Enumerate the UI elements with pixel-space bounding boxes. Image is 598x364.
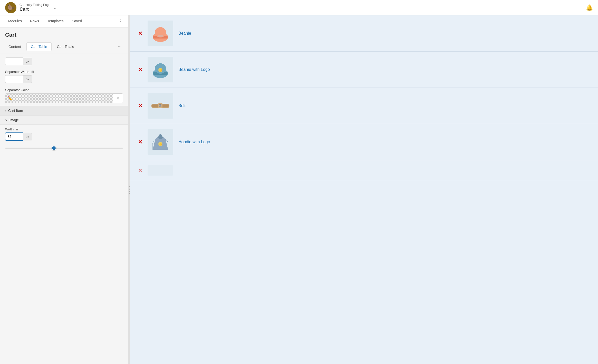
cart-item: ✕ Beanie — [130, 15, 598, 52]
beanie-svg — [150, 23, 171, 44]
drag-dot-1 — [129, 186, 130, 187]
width-input-row: px — [5, 133, 123, 140]
cart-item-section[interactable]: › Cart Item — [0, 106, 128, 116]
tab-saved[interactable]: Saved — [68, 15, 86, 27]
item-image-5 — [148, 165, 173, 176]
header-left: 🦫 Currently Editing Page Cart ⌄ — [5, 2, 57, 13]
sub-tab-cart-totals[interactable]: Cart Totals — [53, 42, 79, 51]
slider-container — [0, 143, 128, 153]
bell-icon[interactable]: 🔔 — [586, 4, 593, 11]
partial-px-row: px — [0, 56, 128, 67]
sub-tab-content[interactable]: Content — [4, 42, 25, 51]
drag-handle: ⋮⋮ — [113, 16, 124, 26]
width-unit: px — [23, 133, 32, 140]
header-title-block: Currently Editing Page Cart — [20, 3, 50, 12]
item-name-2: Beanie with Logo — [178, 67, 590, 72]
item-name-1: Beanie — [178, 31, 590, 36]
width-monitor-icon: 🖥 — [15, 127, 18, 131]
drag-dot-3 — [129, 189, 130, 190]
bell-wrapper: 🔔 — [586, 4, 593, 11]
svg-rect-3 — [158, 35, 163, 37]
logo-avatar: 🦫 — [5, 2, 16, 13]
separator-width-label: Separator Width 🖥 — [5, 70, 123, 74]
top-header: 🦫 Currently Editing Page Cart ⌄ 🔔 — [0, 0, 598, 15]
separator-color-group: Separator Color ✏️ ✕ — [0, 85, 128, 106]
tab-modules[interactable]: Modules — [4, 15, 26, 27]
content-area: ✕ Beanie ✕ — [130, 15, 598, 364]
color-swatch-inner: ✏️ — [5, 94, 113, 103]
item-name-4: Hoodie with Logo — [178, 140, 590, 144]
hoodie-svg: 😊 — [150, 132, 171, 152]
separator-width-group: Separator Width 🖥 px — [0, 67, 128, 85]
item-name-3: Belt — [178, 103, 590, 108]
cart-item-2: ✕ 😊 Beanie with Logo — [130, 52, 598, 88]
image-label: Image — [9, 118, 19, 122]
sub-tab-cart-table[interactable]: Cart Table — [26, 42, 52, 51]
remove-button-4[interactable]: ✕ — [138, 139, 142, 145]
belt-svg — [150, 95, 171, 116]
width-slider[interactable] — [5, 148, 123, 149]
header-right: 🔔 — [586, 4, 593, 11]
drag-dot-2 — [129, 188, 130, 188]
main-layout: Modules Rows Templates Saved ⋮⋮ Cart Con… — [0, 15, 598, 364]
color-picker-row: ✏️ ✕ — [5, 93, 123, 103]
page-chevron-icon[interactable]: ⌄ — [53, 5, 57, 11]
sub-tab-more-button[interactable]: ··· — [115, 43, 124, 51]
separator-width-input-row: px — [5, 75, 123, 83]
cart-item-chevron-icon: › — [5, 109, 6, 112]
sidebar-drag-handle[interactable] — [128, 15, 130, 364]
drag-dots — [129, 186, 130, 194]
separator-width-input[interactable] — [5, 75, 23, 83]
svg-rect-17 — [160, 105, 161, 107]
separator-width-unit: px — [23, 75, 32, 83]
tabs-nav: Modules Rows Templates Saved ⋮⋮ — [0, 15, 128, 27]
cart-list: ✕ Beanie ✕ — [130, 15, 598, 181]
drag-dot-5 — [129, 193, 130, 194]
item-image-2: 😊 — [148, 57, 173, 82]
sub-tabs: Content Cart Table Cart Totals ··· — [0, 40, 128, 53]
remove-button-1[interactable]: ✕ — [138, 30, 142, 36]
svg-point-18 — [158, 134, 162, 139]
item-image-4: 😊 — [148, 129, 173, 155]
width-group: Width 🖥 px — [0, 125, 128, 143]
cart-item-label: Cart Item — [8, 109, 23, 113]
tab-templates[interactable]: Templates — [43, 15, 68, 27]
page-title: Cart — [20, 7, 50, 12]
item-image-3 — [148, 93, 173, 119]
svg-text:😊: 😊 — [159, 69, 162, 72]
cart-item-5: ✕ — [130, 160, 598, 181]
svg-point-4 — [159, 27, 162, 30]
image-section[interactable]: ∨ Image — [0, 116, 128, 125]
separator-color-label: Separator Color — [5, 88, 123, 92]
editing-label: Currently Editing Page — [20, 3, 50, 7]
svg-point-10 — [159, 63, 162, 66]
tab-rows[interactable]: Rows — [26, 15, 43, 27]
remove-button-2[interactable]: ✕ — [138, 66, 142, 73]
remove-button-3[interactable]: ✕ — [138, 103, 142, 109]
cart-section-title: Cart — [0, 27, 128, 40]
svg-text:😊: 😊 — [159, 143, 162, 146]
width-input[interactable] — [5, 133, 23, 140]
item-image-1 — [148, 21, 173, 46]
cart-item-3: ✕ Belt — [130, 88, 598, 124]
monitor-icon: 🖥 — [31, 70, 34, 74]
color-swatch[interactable]: ✏️ — [5, 93, 113, 103]
remove-button-5[interactable]: ✕ — [138, 167, 142, 174]
partial-unit-label: px — [23, 58, 32, 65]
partial-px-input[interactable] — [5, 58, 23, 65]
sidebar: Modules Rows Templates Saved ⋮⋮ Cart Con… — [0, 15, 128, 364]
color-clear-button[interactable]: ✕ — [113, 93, 123, 103]
cart-item-4: ✕ 😊 Hoodie with Logo — [130, 124, 598, 160]
sidebar-content: px Separator Width 🖥 px Separator Color — [0, 53, 128, 364]
drag-dot-4 — [129, 191, 130, 192]
eyedropper-button[interactable]: ✏️ — [7, 96, 13, 101]
beanie-logo-svg: 😊 — [150, 59, 171, 80]
image-chevron-icon: ∨ — [5, 118, 7, 122]
width-label: Width 🖥 — [5, 127, 123, 131]
